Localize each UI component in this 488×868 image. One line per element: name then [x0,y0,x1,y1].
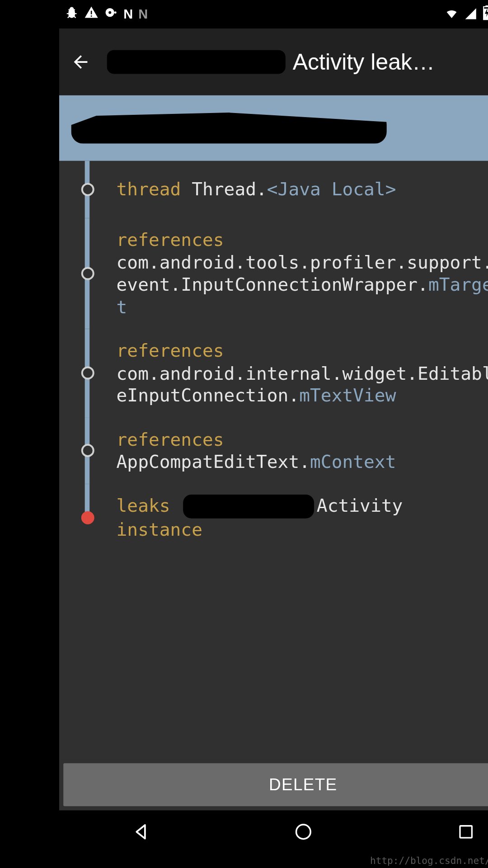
watermark-text: http://blog.csdn.net/tz_1qu212 [370,855,488,866]
redacted-activity-name [183,495,314,519]
nav-home-button[interactable] [292,821,313,842]
trace-node-icon [81,183,94,196]
trace-node-icon [81,444,94,457]
trace-node-icon [81,267,94,280]
redacted-app-name [107,50,285,74]
trace-node-icon [81,367,94,380]
trace-text: references com.android.tools.profiler.su… [116,229,488,318]
svg-point-4 [114,11,116,14]
trace-row-leak[interactable]: leaks Activity instance + [59,484,488,552]
bug-icon [65,6,78,23]
leak-trace-list: thread Thread.<Java Local> + references … [59,161,488,759]
toolbar: Activity leak… [59,28,488,95]
status-bar: N N 09:29 [59,0,488,28]
trace-row[interactable]: references com.android.tools.profiler.su… [59,218,488,329]
svg-rect-6 [485,5,488,7]
android-nav-bar: http://blog.csdn.net/tz_1qu212 [59,810,488,868]
trace-row[interactable]: references com.android.internal.widget.E… [59,329,488,418]
nav-recents-button[interactable] [455,821,476,842]
trace-text: references AppCompatEditText.mContext [116,428,488,473]
status-right: 09:29 [444,4,488,24]
svg-point-11 [296,825,310,839]
leak-node-icon [81,511,94,524]
warning-icon [84,5,99,24]
wifi-icon [444,4,459,24]
trace-text: leaks Activity instance [116,494,488,541]
trace-text: references com.android.internal.widget.E… [116,340,488,406]
cell-icon [464,4,477,24]
n-icon: N [123,6,132,22]
disc-icon [104,6,117,23]
trace-row[interactable]: thread Thread.<Java Local> + [59,161,488,218]
nav-back-button[interactable] [130,821,151,842]
svg-rect-12 [460,826,471,838]
trace-text: thread Thread.<Java Local> [116,178,488,200]
back-button[interactable] [69,50,93,74]
trace-row[interactable]: references AppCompatEditText.mContext + [59,417,488,483]
status-left: N N [65,5,147,24]
battery-icon [482,4,488,24]
delete-button[interactable]: DELETE [63,763,488,806]
leak-header [59,95,488,161]
redacted-package-name [71,113,387,144]
toolbar-title: Activity leak… [292,49,488,75]
n-outline-icon: N [138,6,147,22]
